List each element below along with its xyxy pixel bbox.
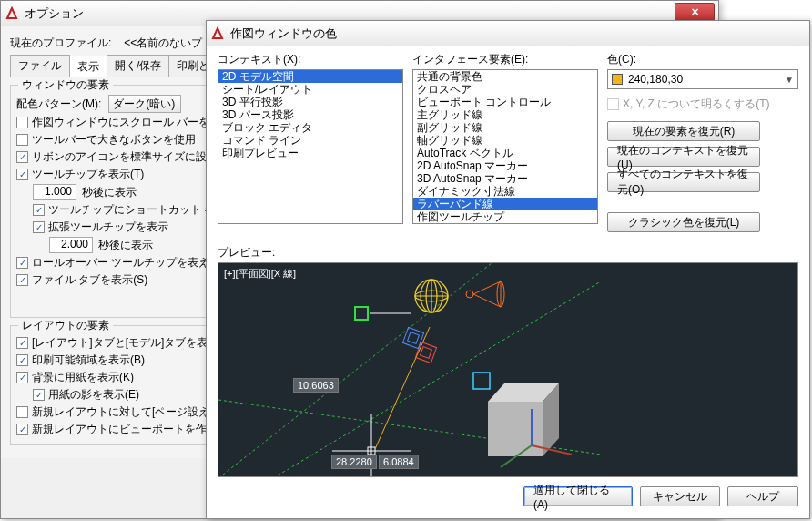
chk-tooltip-shortcut[interactable] [33, 204, 45, 216]
chk-layout-model-tabs[interactable] [16, 337, 28, 349]
context-item[interactable]: シート/レイアウト [218, 83, 402, 96]
coord-1: 10.6063 [293, 378, 339, 393]
chk-large-buttons[interactable] [16, 134, 28, 146]
lbl-large-buttons: ツールバーで大きなボタンを使用 [32, 132, 196, 148]
lbl-scrollbars: 作図ウィンドウにスクロール バーをま [32, 115, 220, 130]
lbl-layout-model-tabs: [レイアウト]タブと[モデル]タブを表え [32, 335, 218, 351]
chk-paper-shadow[interactable] [33, 389, 45, 401]
lbl-sec2: 秒後に表示 [98, 238, 153, 253]
colors-titlebar[interactable]: 作図ウィンドウの色 [207, 21, 809, 46]
color-scheme-dropdown[interactable]: ダーク(暗い) [108, 95, 181, 113]
svg-point-15 [466, 291, 473, 298]
svg-rect-21 [473, 373, 490, 389]
chk-ribbon-icons[interactable] [16, 151, 28, 163]
btn-apply-close[interactable]: 適用して閉じる(A) [523, 486, 633, 506]
coord-3: 6.0884 [379, 455, 419, 469]
lbl-paper-shadow: 用紙の影を表示(E) [48, 387, 139, 403]
iface-item[interactable]: 2D AutoSnap マーカー [413, 159, 597, 172]
preview-label: プレビュー: [218, 245, 798, 260]
legend-window-elements: ウィンドウの要素 [18, 77, 113, 93]
iface-label: インタフェース要素(E): [412, 52, 598, 67]
iface-item[interactable]: 共通の背景色 [413, 70, 597, 83]
colors-window: 作図ウィンドウの色 コンテキスト(X): 2D モデル空間シート/レイアウト3D… [206, 20, 810, 519]
btn-restore-classic[interactable]: クラシック色を復元(L) [607, 212, 760, 232]
chk-xyz-tint [607, 98, 619, 110]
iface-item[interactable]: 作図ツールチップ [413, 210, 597, 223]
chevron-down-icon: ▼ [785, 75, 794, 85]
preview-pane: [+][平面図][X 線] [218, 262, 798, 477]
app-icon [5, 6, 19, 21]
context-listbox[interactable]: 2D モデル空間シート/レイアウト3D 平行投影3D パース投影ブロック エディ… [218, 69, 403, 224]
options-title-text: オプション [25, 5, 715, 22]
color-value: 240,180,30 [628, 73, 683, 86]
lbl-new-layout-page: 新規レイアウトに対して[ページ設え [32, 404, 209, 420]
chk-rollover[interactable] [16, 257, 28, 269]
context-item[interactable]: 3D パース投影 [218, 108, 402, 121]
context-item[interactable]: ブロック エディタ [218, 121, 402, 134]
context-item[interactable]: 2D モデル空間 [218, 70, 402, 83]
chk-tooltips[interactable] [16, 169, 28, 180]
input-tooltip-delay[interactable]: 1.000 [33, 184, 76, 200]
btn-restore-current[interactable]: 現在の要素を復元(R) [607, 121, 760, 141]
coord-2: 28.2280 [331, 455, 377, 469]
btn-help[interactable]: ヘルプ [727, 486, 798, 506]
tab-display[interactable]: 表示 [69, 56, 107, 77]
color-scheme-label: 配色パターン(M): [16, 97, 101, 112]
iface-item[interactable]: ダイナミック寸法線 [413, 185, 597, 198]
lbl-paper-bg: 背景に用紙を表示(K) [32, 370, 134, 385]
close-button[interactable]: ✕ [675, 3, 715, 21]
input-ext-delay[interactable]: 2.000 [49, 237, 93, 253]
lbl-new-layout-vp: 新規レイアウトにビューポートを作え [32, 422, 218, 437]
iface-item[interactable]: ビューポート コントロール [413, 96, 597, 108]
iface-item[interactable]: 主グリッド線 [413, 108, 597, 121]
chk-scrollbars[interactable] [16, 117, 28, 128]
context-item[interactable]: 印刷プレビュー [218, 147, 402, 159]
color-swatch-icon [612, 74, 623, 85]
chk-new-layout-vp[interactable] [16, 424, 28, 435]
context-label: コンテキスト(X): [218, 52, 403, 67]
lbl-printable-area: 印刷可能領域を表示(B) [32, 352, 145, 368]
svg-line-0 [218, 263, 492, 477]
svg-rect-19 [402, 327, 423, 348]
colors-title-text: 作図ウィンドウの色 [230, 26, 806, 42]
svg-rect-20 [408, 332, 420, 344]
chk-printable-area[interactable] [16, 354, 28, 366]
context-item[interactable]: コマンド ライン [218, 134, 402, 147]
lbl-rollover: ロールオーバー ツールチップを表え [32, 255, 209, 271]
legend-layout-elements: レイアウトの要素 [18, 318, 113, 333]
svg-rect-7 [355, 307, 368, 320]
lbl-ext-tooltips: 拡張ツールチップを表示 [48, 220, 168, 235]
lbl-file-tabs: ファイル タブを表示(S) [32, 272, 147, 288]
iface-item[interactable]: 作図ツールチップの輪郭線 [413, 223, 597, 224]
lbl-tooltip-shortcut: ツールチップにショートカット キ [48, 202, 215, 218]
iface-listbox[interactable]: 共通の背景色クロスヘアビューポート コントロール主グリッド線副グリッド線軸グリッ… [412, 69, 598, 224]
chk-ext-tooltips[interactable] [33, 221, 45, 233]
iface-item[interactable]: 副グリッド線 [413, 121, 597, 134]
context-item[interactable]: 3D 平行投影 [218, 96, 402, 108]
svg-line-6 [375, 327, 430, 449]
app-icon [210, 26, 225, 41]
chk-new-layout-page[interactable] [16, 406, 28, 418]
profile-label: 現在のプロファイル: [10, 36, 111, 51]
btn-cancel[interactable]: キャンセル [640, 486, 720, 506]
btn-restore-context[interactable]: 現在のコンテキストを復元(U) [607, 147, 760, 167]
color-label: 色(C): [607, 52, 798, 67]
btn-restore-all[interactable]: すべてのコンテキストを復元(O) [607, 172, 760, 192]
color-dropdown[interactable]: 240,180,30 ▼ [607, 69, 798, 89]
iface-item[interactable]: 軸グリッド線 [413, 134, 597, 147]
svg-rect-18 [421, 347, 432, 359]
lbl-tooltips: ツールチップを表示(T) [32, 167, 144, 182]
tab-file[interactable]: ファイル [10, 55, 70, 77]
lbl-xyz-tint: X, Y, Z について明るくする(T) [623, 97, 770, 112]
iface-item[interactable]: ラバーバンド線 [413, 198, 597, 210]
svg-marker-22 [488, 402, 543, 456]
lbl-sec1: 秒後に表示 [82, 185, 137, 200]
iface-item[interactable]: AutoTrack ベクトル [413, 147, 597, 159]
iface-item[interactable]: クロスヘア [413, 83, 597, 96]
lbl-ribbon-icons: リボンのアイコンを標準サイズに設え [32, 149, 218, 165]
chk-file-tabs[interactable] [16, 274, 28, 286]
iface-item[interactable]: 3D AutoSnap マーカー [413, 172, 597, 185]
chk-paper-bg[interactable] [16, 372, 28, 383]
tab-open-save[interactable]: 開く/保存 [107, 55, 169, 77]
profile-value: <<名前のないプ [124, 36, 202, 51]
